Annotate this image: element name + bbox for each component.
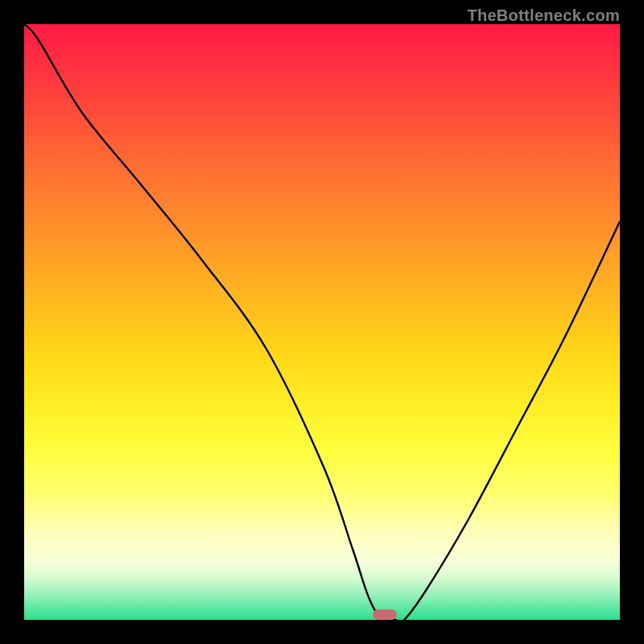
watermark-text: TheBottleneck.com — [467, 6, 620, 25]
chart-container: TheBottleneck.com — [0, 0, 644, 644]
optimum-marker — [373, 609, 397, 620]
plot-area — [24, 24, 620, 620]
curve-line — [24, 24, 620, 620]
bottleneck-curve — [24, 24, 620, 620]
